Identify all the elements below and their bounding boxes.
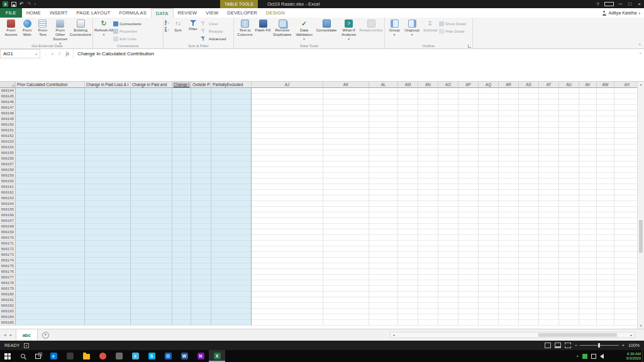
empty-cells[interactable] (252, 246, 637, 252)
row-header[interactable]: 666181 (0, 297, 16, 303)
cancel-icon[interactable]: × (51, 51, 54, 57)
from-access-button[interactable]: From Access (3, 19, 19, 37)
table-row-cells[interactable] (16, 286, 252, 292)
qat-customize-icon[interactable]: ▾ (34, 1, 36, 7)
column-header-ap[interactable]: AP (458, 82, 479, 87)
close-button[interactable]: × (635, 0, 644, 8)
empty-cells[interactable] (252, 280, 637, 286)
table-row-cells[interactable] (16, 156, 252, 162)
table-row-cells[interactable] (16, 128, 252, 133)
tab-review[interactable]: REVIEW (174, 8, 202, 18)
empty-cells[interactable] (252, 162, 637, 167)
task-view-button[interactable] (30, 350, 45, 362)
tab-view[interactable]: VIEW (201, 8, 223, 18)
row-header[interactable]: 666148 (0, 111, 16, 116)
row-header[interactable]: 666173 (0, 252, 16, 258)
column-header-as[interactable]: AS (519, 82, 539, 87)
table-row-cells[interactable] (16, 201, 252, 207)
macro-record-icon[interactable] (24, 343, 29, 348)
empty-cells[interactable] (252, 229, 637, 235)
empty-cells[interactable] (252, 190, 637, 195)
table-row-cells[interactable] (16, 122, 252, 128)
insert-function-icon[interactable]: fx (65, 51, 69, 57)
help-button[interactable]: ? (593, 0, 602, 8)
column-header-ar[interactable]: AR (499, 82, 519, 87)
row-header[interactable]: 666151 (0, 128, 16, 133)
table-column-header[interactable]: Change in Paid Loss & l (85, 82, 131, 87)
row-header[interactable]: 666166 (0, 212, 16, 218)
empty-cells[interactable] (252, 105, 637, 111)
collapse-ribbon-button[interactable]: ˄ (638, 43, 641, 47)
table-row-cells[interactable] (16, 229, 252, 235)
existing-connections-button[interactable]: Existing Connections (70, 19, 91, 37)
table-row-cells[interactable] (16, 314, 252, 320)
row-header[interactable]: 666159 (0, 173, 16, 178)
table-row-cells[interactable] (16, 241, 252, 246)
filter-button[interactable]: Filter (186, 19, 201, 31)
taskbar-app-mail[interactable] (62, 350, 78, 362)
column-header-ak[interactable]: AK (323, 82, 369, 87)
table-row-cells[interactable] (16, 139, 252, 145)
table-row-cells[interactable] (16, 173, 252, 178)
table-row-cells[interactable] (16, 320, 252, 326)
zoom-slider[interactable] (580, 345, 619, 346)
row-header[interactable]: 666147 (0, 105, 16, 111)
row-header[interactable]: 666153 (0, 139, 16, 145)
table-column-header[interactable]: Change in Paid and (131, 82, 172, 87)
row-header[interactable]: 666155 (0, 150, 16, 156)
scroll-left-icon[interactable]: ◄ (391, 332, 397, 337)
table-row-cells[interactable] (16, 94, 252, 99)
empty-cells[interactable] (252, 167, 637, 173)
vertical-scroll-thumb[interactable] (639, 220, 643, 253)
text-to-columns-button[interactable]: Text to Columns (235, 19, 255, 37)
row-header[interactable]: 666165 (0, 207, 16, 212)
row-header[interactable]: 666163 (0, 195, 16, 201)
table-column-header[interactable]: Outside P. (191, 82, 211, 87)
table-row-cells[interactable] (16, 162, 252, 167)
row-header[interactable]: 666174 (0, 258, 16, 263)
scroll-up-icon[interactable]: ▲ (638, 82, 644, 87)
empty-cells[interactable] (252, 99, 637, 105)
empty-cells[interactable] (252, 286, 637, 292)
empty-cells[interactable] (252, 133, 637, 139)
zoom-level[interactable]: 100% (628, 343, 640, 348)
dialog-launcher-icon[interactable] (468, 45, 471, 48)
table-row-cells[interactable] (16, 275, 252, 280)
remove-duplicates-button[interactable]: Remove Duplicates (271, 19, 294, 37)
scroll-right-icon[interactable]: ► (628, 332, 635, 337)
horizontal-scrollbar[interactable]: ◄ ► (390, 332, 635, 338)
table-row-cells[interactable] (16, 150, 252, 156)
volume-icon[interactable] (600, 354, 604, 359)
empty-cells[interactable] (252, 212, 637, 218)
save-icon[interactable] (11, 2, 16, 7)
row-header[interactable]: 666175 (0, 263, 16, 269)
column-header-au[interactable]: AU (559, 82, 579, 87)
page-break-view-icon[interactable] (565, 343, 571, 348)
column-header-al[interactable]: AL (369, 82, 398, 87)
row-header[interactable]: 666152 (0, 133, 16, 139)
row-header[interactable]: 666172 (0, 246, 16, 252)
taskbar-app-outlook[interactable]: O (160, 350, 176, 362)
empty-cells[interactable] (252, 122, 637, 128)
table-row-cells[interactable] (16, 269, 252, 275)
table-row-cells[interactable] (16, 190, 252, 195)
table-row-cells[interactable] (16, 235, 252, 241)
start-button[interactable] (0, 350, 15, 362)
network-icon[interactable] (591, 354, 596, 359)
row-header[interactable]: 666150 (0, 122, 16, 128)
table-row-cells[interactable] (16, 303, 252, 309)
table-row-cells[interactable] (16, 167, 252, 173)
empty-cells[interactable] (252, 128, 637, 133)
empty-cells[interactable] (252, 201, 637, 207)
empty-cells[interactable] (252, 88, 637, 94)
sort-z-to-a-button[interactable]: ZA↓ (165, 27, 169, 33)
account-chip[interactable]: Aditya Kaistha ▾ (598, 8, 644, 18)
table-row-cells[interactable] (16, 116, 252, 122)
table-row-cells[interactable] (16, 309, 252, 314)
refresh-all-button[interactable]: ↻ Refresh All (94, 19, 113, 37)
flash-fill-button[interactable]: Flash Fill (255, 19, 271, 33)
empty-cells[interactable] (252, 139, 637, 145)
table-row-cells[interactable] (16, 263, 252, 269)
formula-bar-collapse-icon[interactable]: ˅ (639, 52, 641, 55)
row-header[interactable]: 666167 (0, 218, 16, 224)
